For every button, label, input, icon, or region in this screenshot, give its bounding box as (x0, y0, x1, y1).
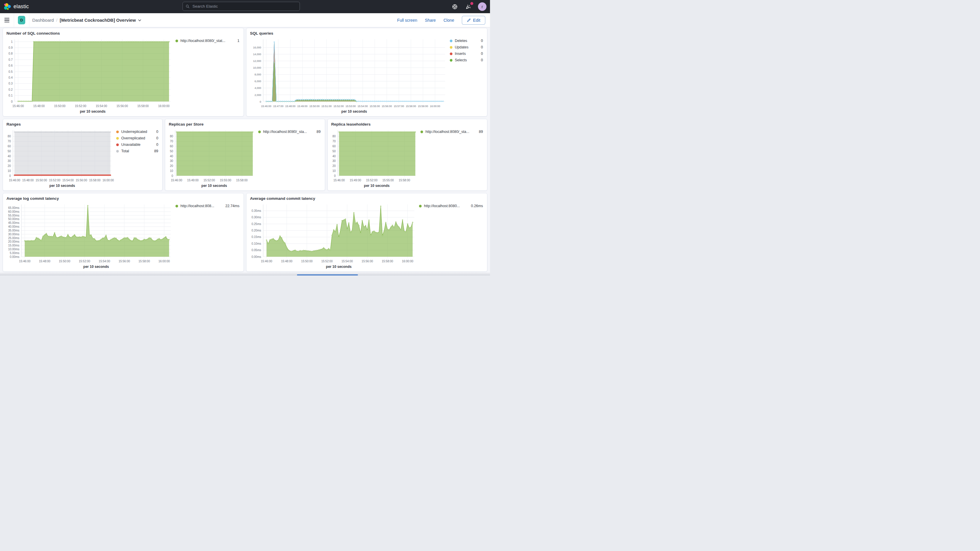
chevron-down-icon (138, 19, 142, 22)
svg-text:0.9: 0.9 (8, 46, 13, 49)
toolbar-divider (14, 13, 14, 27)
newsfeed-button[interactable] (465, 3, 472, 11)
svg-text:15:52:00: 15:52:00 (49, 179, 60, 182)
panel-1: SQL queries02,0004,0006,0008,00010,00012… (246, 28, 487, 116)
svg-text:per 10 seconds: per 10 seconds (80, 110, 106, 113)
svg-text:15:58:00: 15:58:00 (406, 105, 416, 108)
legend-item[interactable]: Updates0 (450, 45, 483, 49)
svg-text:0.7: 0.7 (8, 58, 13, 61)
svg-text:15:52:00: 15:52:00 (204, 179, 215, 182)
panel-title[interactable]: Replicas per Store (169, 121, 321, 127)
svg-text:0.00ms: 0.00ms (10, 255, 19, 258)
legend-item[interactable]: Total89 (116, 149, 158, 153)
panel-title[interactable]: Average log commit latency (6, 196, 240, 202)
chart-canvas[interactable]: 0102030405060708015:46:0015:49:0015:52:0… (168, 128, 256, 189)
legend-item[interactable]: http://localhost:8080/_sta...89 (420, 130, 483, 134)
legend-series-value: 22.74ms (225, 204, 239, 208)
legend-series-name: http://localhost:8080/_stat... (180, 39, 233, 43)
svg-text:15:46:00: 15:46:00 (171, 179, 182, 182)
legend-series-name: Selects (455, 58, 477, 62)
svg-text:40: 40 (332, 154, 336, 158)
svg-text:16:00:00: 16:00:00 (430, 105, 440, 108)
svg-text:8,000: 8,000 (255, 73, 261, 76)
svg-text:15:54:00: 15:54:00 (342, 260, 353, 263)
user-avatar[interactable]: r (478, 2, 487, 11)
panel-title[interactable]: Number of SQL connections (6, 30, 240, 37)
svg-text:0.15ms: 0.15ms (251, 235, 261, 239)
svg-text:50: 50 (8, 150, 11, 153)
svg-text:15:51:00: 15:51:00 (321, 105, 332, 108)
legend-swatch (258, 131, 261, 133)
elastic-brand[interactable]: elastic (0, 3, 29, 10)
legend-series-value: 0 (481, 52, 483, 56)
legend-item[interactable]: http://localhost:808...22.74ms (175, 204, 239, 208)
legend-swatch (420, 131, 423, 133)
svg-text:20: 20 (170, 164, 173, 167)
svg-text:55.00ms: 55.00ms (8, 214, 19, 217)
edit-button[interactable]: Edit (462, 16, 485, 25)
legend-item[interactable]: Unavailable0 (116, 143, 158, 147)
chart-canvas[interactable]: 02,0004,0006,0008,00010,00012,00014,0001… (250, 37, 447, 115)
panel-title[interactable]: Average command commit latency (250, 196, 484, 202)
svg-text:15:48:00: 15:48:00 (281, 260, 293, 263)
svg-text:70: 70 (8, 140, 11, 143)
svg-text:45.00ms: 45.00ms (8, 221, 19, 225)
svg-text:per 10 seconds: per 10 seconds (83, 264, 109, 269)
svg-text:15:46:00: 15:46:00 (9, 179, 20, 182)
chart-canvas[interactable]: 0102030405060708015:46:0015:49:0015:52:0… (331, 128, 418, 189)
search-input[interactable] (192, 4, 297, 9)
legend-item[interactable]: Deletes0 (450, 39, 483, 43)
panel-5: Average log commit latency0.00ms5.00ms10… (3, 193, 244, 272)
svg-text:0.6: 0.6 (8, 64, 13, 67)
global-search[interactable] (183, 2, 300, 11)
legend-item[interactable]: http://localhost:8080/_sta...89 (258, 130, 321, 134)
svg-text:15:58:00: 15:58:00 (138, 260, 150, 263)
clone-button[interactable]: Clone (443, 18, 454, 22)
svg-text:50: 50 (332, 150, 336, 153)
legend-swatch (116, 143, 119, 146)
legend-item[interactable]: http://localhost:8080...0.26ms (419, 204, 483, 208)
svg-text:0: 0 (334, 174, 336, 177)
share-button[interactable]: Share (425, 18, 436, 22)
breadcrumb: Dashboard / [Metricbeat CockroachDB] Ove… (29, 18, 142, 22)
dashboard-app-badge[interactable]: D (18, 16, 25, 24)
legend-series-value: 89 (154, 149, 158, 153)
help-button[interactable] (451, 3, 458, 11)
svg-text:15:46:00: 15:46:00 (333, 179, 345, 182)
chart-canvas[interactable]: 00.10.20.30.40.50.60.70.80.9115:46:0015:… (6, 37, 173, 115)
menu-button[interactable] (0, 18, 14, 22)
toolbar-left: D Dashboard / [Metricbeat CockroachDB] O… (0, 13, 142, 27)
legend-swatch (419, 205, 422, 207)
legend-item[interactable]: http://localhost:8080/_stat...1 (175, 39, 239, 43)
breadcrumb-dashboard-link[interactable]: Dashboard (32, 18, 54, 22)
svg-text:16:00:00: 16:00:00 (402, 260, 414, 263)
legend-item[interactable]: Overreplicated0 (116, 136, 158, 140)
svg-text:0.2: 0.2 (8, 88, 13, 91)
legend-item[interactable]: Inserts0 (450, 52, 483, 56)
svg-text:15:49:00: 15:49:00 (187, 179, 199, 182)
svg-text:15:52:00: 15:52:00 (366, 179, 377, 182)
svg-text:70: 70 (170, 140, 173, 143)
full-screen-button[interactable]: Full screen (397, 18, 417, 22)
svg-text:10: 10 (8, 169, 11, 172)
svg-text:15:48:00: 15:48:00 (285, 105, 296, 108)
svg-text:15:49:00: 15:49:00 (350, 179, 361, 182)
chart-canvas[interactable]: 0102030405060708015:46:0015:48:0015:50:0… (6, 128, 114, 189)
horizontal-scrollbar-thumb[interactable] (297, 274, 358, 276)
legend-swatch (116, 131, 119, 133)
legend-series-value: 0 (481, 39, 483, 43)
svg-text:15:55:00: 15:55:00 (382, 179, 394, 182)
svg-text:0.20ms: 0.20ms (251, 229, 261, 232)
legend-series-name: Overreplicated (121, 136, 152, 140)
page-title[interactable]: [Metricbeat CockroachDB] Overview (60, 18, 142, 22)
legend-item[interactable]: Underreplicated0 (116, 130, 158, 134)
chart-canvas[interactable]: 0.00ms0.05ms0.10ms0.15ms0.20ms0.25ms0.30… (250, 202, 417, 270)
panel-title[interactable]: Ranges (6, 121, 159, 127)
legend-series-name: http://localhost:8080/_sta... (263, 130, 312, 134)
chart-canvas[interactable]: 0.00ms5.00ms10.00ms15.00ms20.00ms25.00ms… (6, 202, 173, 270)
panel-title[interactable]: Replica leaseholders (331, 121, 484, 127)
svg-text:0: 0 (9, 174, 11, 177)
svg-text:15:56:00: 15:56:00 (76, 179, 87, 182)
legend-item[interactable]: Selects0 (450, 58, 483, 62)
panel-title[interactable]: SQL queries (250, 30, 484, 37)
